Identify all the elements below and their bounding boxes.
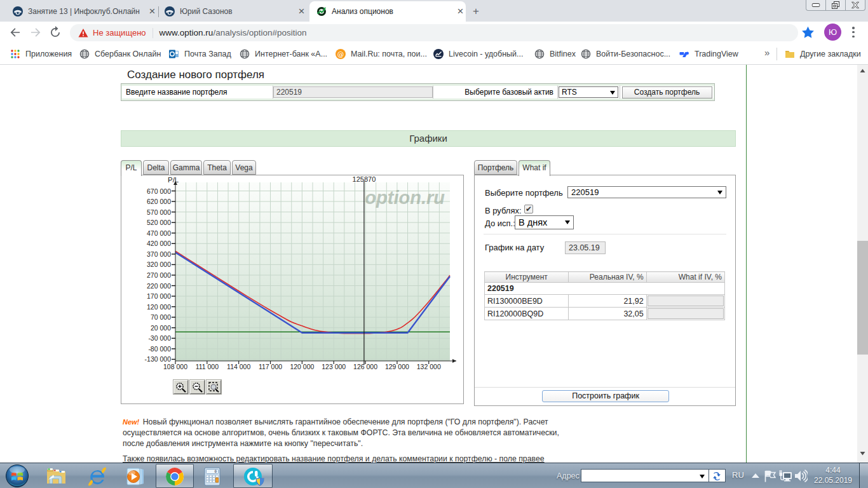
- rubles-label: В рублях:: [485, 206, 522, 215]
- back-icon[interactable]: [9, 26, 22, 39]
- taskbar-clock[interactable]: 4:44 22.05.2019: [812, 465, 854, 485]
- hidden-icons-chevron[interactable]: [752, 473, 759, 478]
- action-center-flag-icon[interactable]: [763, 468, 776, 484]
- col-real-iv: Реальная IV, %: [569, 272, 646, 283]
- whatif-iv-input[interactable]: [648, 295, 724, 306]
- portfolio-name-input[interactable]: 220519: [273, 86, 433, 98]
- dropdown-arrow-icon: [610, 91, 615, 95]
- zoom-selection-button[interactable]: [207, 380, 221, 394]
- explorer-taskbar-icon[interactable]: [46, 466, 67, 486]
- y-tick-label: 220 000: [138, 282, 171, 290]
- chrome-taskbar-button[interactable]: [156, 464, 194, 488]
- chart-tab-p-l[interactable]: P/L: [121, 160, 142, 176]
- y-tick-label: -30 000: [138, 334, 171, 342]
- address-go-button[interactable]: [709, 469, 726, 482]
- not-secure-label[interactable]: Не защищено: [93, 28, 146, 37]
- tab-option-analysis[interactable]: Анализ опционов ×: [309, 1, 466, 22]
- profile-avatar[interactable]: Ю: [824, 24, 841, 41]
- globe-icon: [240, 49, 250, 59]
- restore-icon: [832, 1, 839, 9]
- forward-icon[interactable]: [29, 26, 42, 39]
- scroll-up-icon[interactable]: [860, 68, 865, 74]
- y-tick-label: -80 000: [138, 345, 171, 353]
- start-button[interactable]: [5, 464, 29, 488]
- bookmark-sberbank[interactable]: Сбербанк Онлайн: [79, 48, 161, 60]
- other-bookmarks[interactable]: Другие закладки: [785, 48, 861, 60]
- close-button[interactable]: [846, 0, 865, 10]
- tab-strip: Занятие 13 | Инфоклуб.Онлайн × Юрий Сазо…: [0, 0, 868, 22]
- bookmark-apps[interactable]: Приложения: [10, 48, 72, 60]
- portfolio-tab-what-if[interactable]: What if: [519, 160, 550, 176]
- portfolio-name-label: Введите название портфеля: [122, 86, 273, 98]
- charts-section-banner: Графики: [121, 130, 736, 147]
- page-title: Создание нового портфеля: [127, 69, 264, 81]
- calculator-taskbar-icon[interactable]: 0: [203, 467, 221, 486]
- chart-tab-vega[interactable]: Vega: [232, 160, 256, 175]
- reload-icon[interactable]: [49, 26, 62, 39]
- tab-yuri-sazonov[interactable]: Юрий Сазонов ×: [161, 1, 307, 22]
- portfolio-form-row: Введите название портфеля 220519 Выберит…: [122, 86, 714, 98]
- url-path: /analysis/option#position: [213, 28, 306, 37]
- tab-infoclub-lesson[interactable]: Занятие 13 | Инфоклуб.Онлайн ×: [5, 1, 158, 22]
- zoom-in-button[interactable]: [173, 380, 188, 394]
- close-icon: [851, 2, 860, 9]
- real-iv-value: 32,05: [569, 308, 646, 320]
- url-text[interactable]: www.option.ru/analysis/option#position: [159, 28, 307, 37]
- tab-close-icon[interactable]: ×: [296, 6, 307, 17]
- chart-tab-gamma[interactable]: Gamma: [170, 160, 202, 175]
- apps-grid-icon: [10, 49, 20, 59]
- chart-date-label: График на дату: [485, 243, 544, 252]
- wmp-taskbar-icon[interactable]: [125, 466, 146, 487]
- bookmark-pochta-zapad[interactable]: Почта Запад: [169, 48, 231, 60]
- chart-date-input[interactable]: 23.05.19: [565, 241, 606, 254]
- bookmarks-overflow-chevron[interactable]: »: [764, 47, 770, 58]
- livecoin-icon: [433, 49, 444, 59]
- tab-close-icon[interactable]: ×: [147, 6, 158, 17]
- volume-icon[interactable]: [794, 468, 808, 484]
- address-combobox[interactable]: [581, 469, 709, 482]
- not-secure-warning-icon[interactable]: [78, 28, 88, 38]
- new-tab-button[interactable]: +: [470, 6, 482, 17]
- bookmark-bitfinex[interactable]: Bitfinex: [534, 48, 576, 60]
- zoom-out-button[interactable]: [190, 380, 205, 394]
- ie-taskbar-icon[interactable]: [86, 466, 108, 487]
- build-chart-button[interactable]: Построить график: [542, 390, 669, 402]
- bookmark-livecoin[interactable]: Livecoin - удобный...: [433, 48, 524, 60]
- address-bar[interactable]: Не защищено www.option.ru/analysis/optio…: [70, 24, 798, 41]
- page-scrollbar[interactable]: [857, 65, 868, 463]
- col-whatif-iv: What if IV, %: [646, 272, 724, 283]
- base-asset-select[interactable]: RTS: [559, 86, 618, 98]
- scrollbar-thumb[interactable]: [857, 241, 868, 355]
- address-toolbar-label: Адрес: [557, 471, 580, 480]
- bookmark-internet-bank[interactable]: Интернет-банк «А...: [240, 48, 327, 60]
- chart-tab-theta[interactable]: Theta: [203, 160, 231, 175]
- until-exp-select[interactable]: В днях: [515, 215, 574, 229]
- recorder-taskbar-button[interactable]: [233, 464, 273, 488]
- chart-tab-delta[interactable]: Delta: [143, 160, 169, 175]
- news-paragraph-2: Также появилась возможность редактироват…: [123, 454, 695, 463]
- tab-close-icon[interactable]: ×: [455, 6, 466, 17]
- bookmark-label: Почта Запад: [184, 50, 231, 58]
- instrument-name: RI130000BE9D: [485, 295, 569, 308]
- portfolio-tab-портфель[interactable]: Портфель: [474, 160, 517, 175]
- bookmark-mailru[interactable]: @ Mail.Ru: почта, пои...: [336, 48, 427, 60]
- whatif-iv-input[interactable]: [648, 308, 724, 319]
- bookmark-voiti[interactable]: Войти-Безопаснос...: [581, 48, 670, 60]
- scroll-down-icon[interactable]: [860, 451, 865, 456]
- language-indicator[interactable]: RU: [732, 470, 744, 480]
- show-desktop-button[interactable]: [859, 463, 868, 488]
- whatif-panel: Выберите портфель 220519 В рублях: ✔ До …: [474, 175, 736, 406]
- restore-button[interactable]: [826, 0, 846, 10]
- minimize-button[interactable]: [806, 0, 826, 10]
- bookmark-tradingview[interactable]: TradingView: [679, 48, 738, 60]
- browser-menu-icon[interactable]: [852, 27, 855, 38]
- portfolio-select[interactable]: 220519: [567, 186, 726, 198]
- rubles-checkbox[interactable]: ✔: [524, 205, 533, 214]
- bookmark-star-icon[interactable]: [802, 26, 814, 38]
- bookmark-label: Bitfinex: [550, 50, 576, 58]
- create-portfolio-button[interactable]: Создать портфель: [622, 86, 712, 98]
- network-icon[interactable]: [779, 468, 793, 484]
- dropdown-arrow-icon: [717, 191, 722, 194]
- web-page: Создание нового портфеля Введите названи…: [0, 65, 868, 463]
- pl-chart-plot[interactable]: option.ru: [169, 180, 458, 370]
